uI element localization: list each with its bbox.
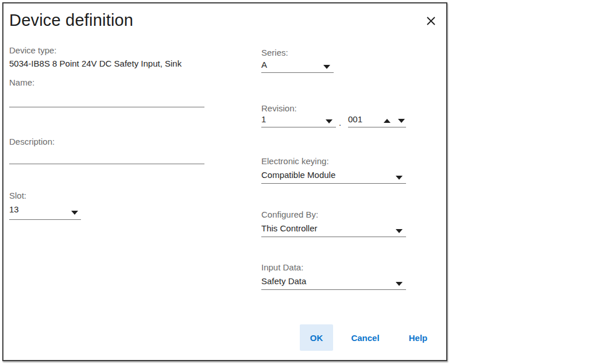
- revision-label: Revision:: [261, 103, 297, 113]
- series-label: Series:: [261, 48, 288, 57]
- revision-minor-value: 001: [348, 114, 362, 124]
- description-label: Description:: [9, 137, 55, 146]
- cancel-button[interactable]: Cancel: [342, 324, 388, 351]
- chevron-down-icon[interactable]: [398, 119, 405, 123]
- input-data-value: Safety Data: [261, 276, 306, 286]
- chevron-down-icon[interactable]: [396, 176, 403, 180]
- chevron-down-icon[interactable]: [323, 65, 330, 69]
- help-button[interactable]: Help: [398, 324, 438, 351]
- chevron-down-icon[interactable]: [71, 211, 78, 215]
- electronic-keying-value: Compatible Module: [261, 170, 335, 180]
- configured-by-dropdown[interactable]: This Controller: [261, 223, 406, 237]
- chevron-down-icon[interactable]: [396, 229, 403, 233]
- configured-by-label: Configured By:: [261, 210, 318, 219]
- chevron-up-icon[interactable]: [384, 119, 391, 123]
- revision-minor-spinner[interactable]: 001: [348, 114, 406, 127]
- series-value: A: [261, 60, 267, 69]
- description-input[interactable]: [9, 148, 204, 164]
- device-definition-dialog: Device definition Device type: 5034-IB8S…: [2, 2, 447, 361]
- revision-separator: .: [339, 118, 341, 127]
- input-data-dropdown[interactable]: Safety Data: [261, 276, 406, 290]
- close-button[interactable]: [422, 12, 439, 29]
- configured-by-value: This Controller: [261, 223, 318, 233]
- device-type-label: Device type:: [9, 45, 57, 55]
- chevron-down-icon[interactable]: [326, 119, 333, 123]
- slot-dropdown[interactable]: 13: [9, 204, 81, 220]
- electronic-keying-label: Electronic keying:: [261, 156, 329, 166]
- slot-label: Slot:: [9, 191, 26, 200]
- device-type-value: 5034-IB8S 8 Point 24V DC Safety Input, S…: [9, 59, 181, 68]
- input-data-label: Input Data:: [261, 262, 303, 272]
- series-dropdown[interactable]: A: [261, 59, 334, 73]
- chevron-down-icon[interactable]: [396, 282, 403, 286]
- name-input[interactable]: [9, 91, 204, 107]
- close-icon: [426, 16, 436, 26]
- electronic-keying-dropdown[interactable]: Compatible Module: [261, 169, 406, 184]
- revision-major-dropdown[interactable]: 1: [261, 114, 336, 127]
- name-label: Name:: [9, 78, 34, 87]
- revision-major-value: 1: [261, 114, 266, 124]
- dialog-title: Device definition: [9, 11, 133, 30]
- slot-value: 13: [9, 204, 19, 214]
- ok-button[interactable]: OK: [300, 324, 333, 351]
